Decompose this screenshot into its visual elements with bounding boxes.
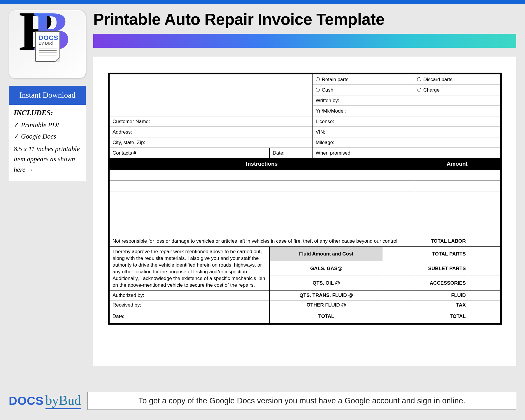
sublet-parts-label: SUBLET PARTS	[414, 261, 469, 276]
retain-parts-label: Retain parts	[322, 77, 349, 82]
customer-name-label: Customer Name:	[110, 116, 313, 127]
gals-gas-label: GALS. GAS@	[270, 261, 383, 276]
check-icon: ✓	[14, 133, 19, 140]
contacts-label: Contacts #	[110, 148, 270, 158]
include-item-pdf: ✓Printable PDF	[14, 121, 81, 129]
total-value	[469, 310, 500, 323]
fluid-label: FLUID	[414, 290, 469, 300]
city-state-zip-label: City, state, Zip:	[110, 137, 313, 148]
tax-label: TAX	[414, 300, 469, 310]
fluid-amt-cell	[383, 246, 414, 261]
other-fluid-label: OTHER FLUID @	[270, 300, 383, 310]
section-header-row: Instructions Amount	[110, 158, 500, 170]
tax-value	[469, 300, 500, 310]
blank-header-cell	[110, 74, 313, 116]
footer-note: To get a copy of the Google Docs version…	[87, 392, 516, 410]
sublet-parts-value	[469, 261, 500, 276]
footer-logo: DOCS byBud	[9, 393, 81, 409]
instruction-cell	[110, 225, 414, 236]
table-row: Retain parts Discard parts	[110, 74, 500, 85]
authorized-by-label: Authorized by:	[110, 290, 270, 300]
include-item-gdocs: ✓Google Docs	[14, 132, 81, 140]
total-fluid-label: TOTAL	[270, 310, 383, 323]
table-row	[110, 203, 500, 214]
gradient-accent-bar	[93, 34, 516, 48]
amount-header: Amount	[414, 158, 500, 170]
top-accent-bar	[0, 0, 525, 4]
accessories-value	[469, 276, 500, 290]
table-row: Authorized by: QTS. TRANS. FLUID @ FLUID	[110, 290, 500, 300]
total-parts-label: TOTAL PARTS	[414, 246, 469, 261]
total-label: TOTAL	[414, 310, 469, 323]
radio-icon	[417, 88, 421, 92]
table-row	[110, 192, 500, 203]
right-column: Printable Auto Repair Invoice Template R…	[93, 10, 516, 366]
gals-gas-value	[383, 261, 414, 276]
fluid-header: Fluid Amount and Cost	[270, 246, 383, 261]
radio-icon	[417, 77, 421, 81]
include-pdf-label: Printable PDF	[21, 121, 61, 129]
charge-cell: Charge	[414, 85, 500, 95]
size-note: 8.5 x 11 inches printable item appears a…	[14, 144, 81, 175]
radio-icon	[316, 88, 320, 92]
document-lines-icon	[39, 48, 57, 57]
table-row: Date: TOTAL TOTAL	[110, 310, 500, 323]
retain-parts-cell: Retain parts	[312, 74, 414, 85]
approval-text: I hereby approve the repair work mention…	[110, 246, 270, 290]
qts-trans-value	[383, 290, 414, 300]
table-row: I hereby approve the repair work mention…	[110, 246, 500, 261]
qts-oil-label: QTS. OIL @	[270, 276, 383, 290]
radio-icon	[316, 77, 320, 81]
table-row: Contacts # Date: When promised:	[110, 148, 500, 158]
table-row: Customer Name: License:	[110, 116, 500, 127]
invoice-template: Retain parts Discard parts Cash Charge W…	[108, 73, 502, 325]
instruction-cell	[110, 181, 414, 192]
written-by-label: Written by:	[312, 95, 500, 106]
page-container: B B DOCS By Bud Instant Download INCLUDE…	[0, 4, 525, 372]
received-by-label: Received by:	[110, 300, 270, 310]
date-bottom-label: Date:	[110, 310, 270, 323]
fluid-value	[469, 290, 500, 300]
when-promised-label: When promised:	[312, 148, 500, 158]
logo: B B DOCS By Bud	[21, 17, 74, 72]
check-icon: ✓	[14, 121, 19, 129]
instruction-cell	[110, 214, 414, 225]
amount-cell	[414, 203, 500, 214]
table-row: Address: VIN:	[110, 127, 500, 137]
qts-oil-value	[383, 276, 414, 290]
instruction-cell	[110, 203, 414, 214]
mileage-label: Mileage:	[312, 137, 500, 148]
cash-label: Cash	[322, 87, 333, 93]
instruction-cell	[110, 192, 414, 203]
logo-card: B B DOCS By Bud	[9, 10, 86, 78]
left-column: B B DOCS By Bud Instant Download INCLUDE…	[9, 10, 86, 366]
table-row	[110, 181, 500, 192]
discard-parts-label: Discard parts	[423, 77, 452, 82]
table-row	[110, 170, 500, 181]
includes-title: INCLUDES:	[14, 109, 81, 117]
includes-section: INCLUDES: ✓Printable PDF ✓Google Docs 8.…	[9, 105, 86, 181]
total-labor-label: TOTAL LABOR	[414, 236, 469, 247]
amount-cell	[414, 181, 500, 192]
license-label: License:	[312, 116, 500, 127]
footer-bar: DOCS byBud To get a copy of the Google D…	[9, 392, 516, 410]
total-labor-value	[469, 236, 500, 247]
include-gdocs-label: Google Docs	[21, 133, 56, 140]
other-fluid-value	[383, 300, 414, 310]
instant-download-header: Instant Download	[9, 86, 86, 105]
date-label: Date:	[270, 148, 312, 158]
table-row: City, state, Zip: Mileage:	[110, 137, 500, 148]
discard-parts-cell: Discard parts	[414, 74, 500, 85]
logo-bybud-text: By Bud	[39, 41, 53, 46]
amount-cell	[414, 192, 500, 203]
document-icon: DOCS By Bud	[35, 31, 60, 62]
accessories-label: ACCESSORIES	[414, 276, 469, 290]
amount-cell	[414, 170, 500, 181]
info-card: Instant Download INCLUDES: ✓Printable PD…	[9, 86, 86, 181]
amount-cell	[414, 225, 500, 236]
instructions-header: Instructions	[110, 158, 414, 170]
footer-bybud-text: byBud	[45, 393, 81, 409]
total-fluid-value	[383, 310, 414, 323]
footer-docs-text: DOCS	[9, 394, 44, 407]
total-parts-value	[469, 246, 500, 261]
